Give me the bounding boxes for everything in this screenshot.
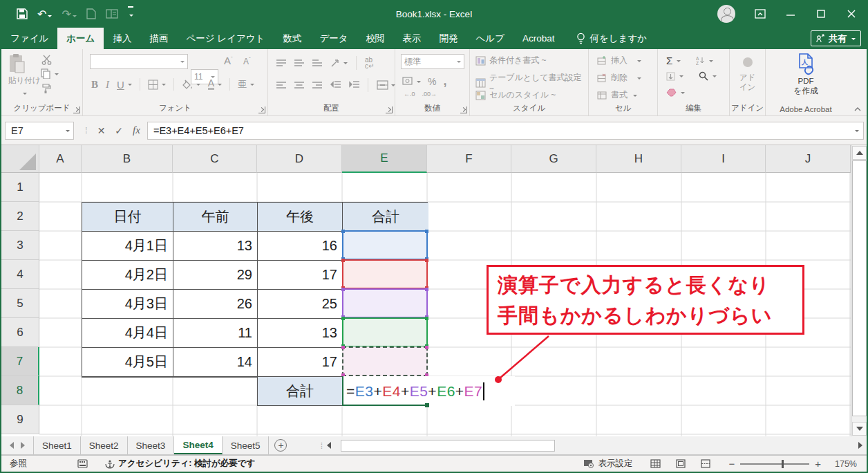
zoom-slider-thumb[interactable] [782, 460, 784, 468]
tell-me-box[interactable]: 何をしますか [576, 28, 648, 49]
spreadsheet-grid[interactable]: A B C D E F G H I J 1 2 3 4 5 6 7 8 9 [1, 145, 851, 436]
row-header-6[interactable]: 6 [1, 318, 39, 347]
row-header-7[interactable]: 7 [1, 347, 39, 376]
tab-data[interactable]: データ [310, 28, 357, 49]
table-header-total[interactable]: 合計 [343, 203, 428, 232]
zoom-out-button[interactable]: − [728, 458, 735, 470]
cell-e8-formula-edit[interactable]: = E3 + E4 + E5 + E6 + E7 [342, 376, 515, 406]
column-header-b[interactable]: B [82, 145, 173, 173]
number-format-combo[interactable]: 標準 [401, 54, 464, 69]
confirm-entry-button[interactable]: ✓ [115, 125, 123, 136]
row-header-1[interactable]: 1 [1, 173, 39, 202]
cell-d3[interactable]: 16 [258, 232, 343, 261]
scroll-up-button[interactable] [852, 146, 867, 160]
tab-insert[interactable]: 挿入 [104, 28, 140, 49]
table-header-am[interactable]: 午前 [173, 203, 258, 232]
zoom-slider[interactable] [740, 463, 809, 465]
cell-b5[interactable]: 4月3日 [82, 290, 173, 319]
cell-c4[interactable]: 29 [173, 261, 258, 290]
cell-b6[interactable]: 4月4日 [82, 319, 173, 348]
horizontal-scrollbar-thumb[interactable] [341, 440, 555, 452]
column-header-j[interactable]: J [766, 145, 851, 173]
column-header-c[interactable]: C [173, 145, 257, 173]
close-button[interactable] [836, 0, 867, 28]
column-header-i[interactable]: I [681, 145, 766, 173]
scroll-right-button[interactable] [858, 442, 866, 449]
row-header-8[interactable]: 8 [1, 376, 39, 405]
cell-d8-sum-label[interactable]: 合計 [257, 376, 343, 406]
zoom-in-button[interactable]: + [815, 458, 821, 470]
vertical-scrollbar-thumb[interactable] [852, 160, 867, 416]
minimize-button[interactable] [775, 0, 806, 28]
column-header-h[interactable]: H [596, 145, 681, 173]
tab-draw[interactable]: 描画 [140, 28, 177, 49]
cell-c3[interactable]: 13 [173, 232, 258, 261]
display-settings-button[interactable]: 表示設定 [583, 458, 632, 470]
tab-page-layout[interactable]: ページ レイアウト [177, 28, 274, 49]
formula-bar-grip[interactable]: ⁞ [85, 125, 88, 136]
select-all-corner[interactable] [1, 145, 39, 173]
column-header-a[interactable]: A [39, 145, 82, 173]
cell-c7[interactable]: 14 [173, 348, 258, 377]
cancel-entry-button[interactable]: ✕ [97, 125, 106, 136]
alignment-dialog-launcher[interactable] [386, 106, 393, 113]
vertical-scrollbar[interactable] [851, 145, 867, 436]
formula-input[interactable]: =E3+E4+E5+E6+E7 [147, 122, 864, 140]
scroll-down-button[interactable] [852, 422, 867, 436]
column-header-e[interactable]: E [342, 145, 427, 173]
cell-b4[interactable]: 4月2日 [82, 261, 173, 290]
cell-d4[interactable]: 17 [258, 261, 343, 290]
tab-formulas[interactable]: 数式 [274, 28, 310, 49]
cell-c6[interactable]: 11 [173, 319, 258, 348]
tab-acrobat[interactable]: Acrobat [513, 28, 564, 49]
font-dialog-launcher[interactable] [258, 106, 265, 113]
tab-view[interactable]: 表示 [394, 28, 431, 49]
new-sheet-button[interactable]: + [274, 439, 287, 452]
horizontal-scrollbar[interactable] [327, 436, 862, 454]
cell-b3[interactable]: 4月1日 [82, 232, 173, 261]
cell-d6[interactable]: 13 [258, 319, 343, 348]
sheet-tab-sheet2[interactable]: Sheet2 [81, 436, 128, 454]
tab-review[interactable]: 校閲 [357, 28, 394, 49]
ribbon-display-options-icon[interactable] [745, 0, 775, 28]
account-avatar[interactable] [717, 5, 735, 23]
clipboard-dialog-launcher[interactable] [73, 106, 80, 113]
zoom-level[interactable]: 175% [821, 459, 857, 469]
name-box[interactable]: E7 [5, 122, 74, 140]
collapse-ribbon-icon[interactable] [854, 107, 861, 111]
tab-home[interactable]: ホーム [57, 28, 104, 49]
cell-b7[interactable]: 4月5日 [82, 348, 173, 377]
create-pdf-button[interactable]: 人 PDFを作成 [766, 53, 846, 95]
column-header-f[interactable]: F [427, 145, 511, 173]
number-dialog-launcher[interactable] [460, 106, 467, 113]
tab-file[interactable]: ファイル [1, 28, 57, 49]
sheet-tab-sheet5[interactable]: Sheet5 [223, 436, 270, 454]
scroll-left-button[interactable] [323, 442, 331, 449]
sheet-tab-sheet1[interactable]: Sheet1 [33, 436, 81, 454]
cell-d5[interactable]: 25 [258, 290, 343, 319]
row-header-3[interactable]: 3 [1, 231, 39, 260]
row-header-2[interactable]: 2 [1, 202, 39, 231]
macro-record-icon[interactable] [77, 459, 88, 468]
page-break-view-icon[interactable] [701, 459, 710, 468]
share-button[interactable]: 共有 [811, 30, 861, 46]
prev-sheet-icon[interactable] [6, 442, 14, 449]
tab-help[interactable]: ヘルプ [467, 28, 513, 49]
cell-c5[interactable]: 26 [173, 290, 258, 319]
insert-function-button[interactable]: fx [133, 124, 140, 136]
table-header-date[interactable]: 日付 [82, 203, 173, 232]
next-sheet-icon[interactable] [21, 442, 28, 449]
formula-bar-expand-icon[interactable] [855, 130, 859, 134]
row-header-9[interactable]: 9 [1, 405, 39, 434]
column-header-d[interactable]: D [257, 145, 342, 173]
tab-scroll-grip[interactable]: ⁞ [320, 436, 323, 454]
column-header-g[interactable]: G [511, 145, 596, 173]
accessibility-status[interactable]: アクセシビリティ: 検討が必要です [104, 458, 255, 470]
row-header-5[interactable]: 5 [1, 289, 39, 318]
sheet-tab-sheet4[interactable]: Sheet4 [174, 436, 222, 454]
sheet-tab-sheet3[interactable]: Sheet3 [128, 436, 175, 454]
tab-developer[interactable]: 開発 [431, 28, 467, 49]
row-header-4[interactable]: 4 [1, 260, 39, 289]
table-header-pm[interactable]: 午後 [258, 203, 343, 232]
maximize-button[interactable] [806, 0, 836, 28]
